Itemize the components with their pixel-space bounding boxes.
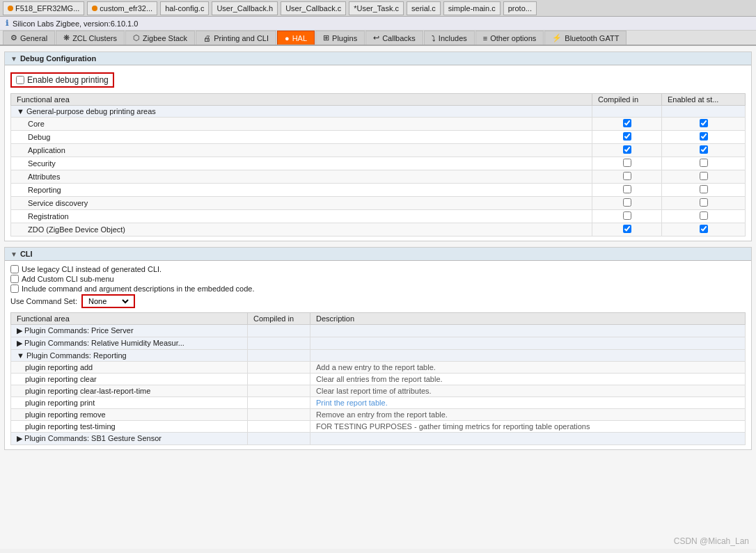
- title-tab-hal-config[interactable]: hal-config.c: [160, 1, 209, 15]
- cli-item-compiled: [248, 385, 310, 397]
- print-icon: 🖨: [203, 34, 211, 42]
- cli-section: ▼ CLI Use legacy CLI instead of generate…: [4, 247, 752, 450]
- cli-item-label: plugin reporting clear-last-report-time: [11, 385, 248, 397]
- cli-table-row: plugin reporting clear Clear all entries…: [11, 374, 746, 385]
- debug-item-enabled[interactable]: [662, 144, 746, 157]
- title-tab-simple-main[interactable]: simple-main.c: [443, 1, 501, 15]
- cli-item-desc: FOR TESTING PURPOSES - gather timing met…: [310, 421, 746, 433]
- debug-item-enabled[interactable]: [662, 197, 746, 210]
- debug-item-compiled[interactable]: [592, 170, 662, 184]
- cli-option-custom: Add Custom CLI sub-menu: [10, 275, 746, 283]
- tab-general[interactable]: ⚙ General: [3, 31, 55, 45]
- gear-icon: ⚙: [10, 33, 17, 42]
- cli-option-legacy: Use legacy CLI instead of generated CLI.: [10, 265, 746, 273]
- cli-item-label: plugin reporting clear: [11, 374, 248, 385]
- tab-other-options[interactable]: ≡ Other options: [475, 31, 544, 45]
- tab-callbacks[interactable]: ↩ Callbacks: [365, 31, 423, 45]
- cli-table-row: plugin reporting clear-last-report-time …: [11, 385, 746, 397]
- cmd-set-select[interactable]: None Standard Custom: [86, 296, 131, 306]
- debug-item-compiled[interactable]: [592, 118, 662, 131]
- enable-debug-label: Enable debug printing: [27, 75, 109, 85]
- tab-zigbee-stack[interactable]: ⬡ Zigbee Stack: [125, 31, 195, 45]
- tab-hal[interactable]: ● HAL: [277, 31, 315, 45]
- title-tab-user-task[interactable]: *User_Task.c: [349, 1, 404, 15]
- debug-item-enabled[interactable]: [662, 223, 746, 237]
- cli-item-compiled: [248, 397, 310, 409]
- cli-item-label: plugin reporting add: [11, 362, 248, 374]
- debug-item-compiled[interactable]: [592, 223, 662, 237]
- debug-item-compiled[interactable]: [592, 197, 662, 210]
- cli-item-compiled: [248, 409, 310, 421]
- section-arrow-debug: ▼: [10, 55, 17, 63]
- cli-table-row: ▼ Plugin Commands: Reporting: [11, 350, 746, 362]
- debug-item-label: Registration: [11, 210, 592, 223]
- debug-item-compiled[interactable]: [592, 131, 662, 144]
- title-tab-serial[interactable]: serial.c: [407, 1, 441, 15]
- tab-plugins[interactable]: ⊞ Plugins: [315, 31, 365, 45]
- cli-item-desc: Add a new entry to the report table.: [310, 362, 746, 374]
- legacy-cli-checkbox[interactable]: [10, 265, 19, 273]
- debug-item-compiled[interactable]: [592, 144, 662, 157]
- debug-item-label: Security: [11, 157, 592, 170]
- debug-table: Functional area Compiled in Enabled at s…: [10, 93, 746, 237]
- custom-cli-checkbox[interactable]: [10, 275, 19, 283]
- cli-group-label: ▶ Plugin Commands: Price Server: [11, 325, 248, 337]
- cli-table-row: ▶ Plugin Commands: Price Server: [11, 325, 746, 337]
- tab-zcl-clusters[interactable]: ❋ ZCL Clusters: [56, 31, 125, 45]
- cli-group-label: ▶ Plugin Commands: SB1 Gesture Sensor: [11, 433, 248, 445]
- cli-item-label: plugin reporting test-timing: [11, 421, 248, 433]
- cli-group-desc: [310, 337, 746, 350]
- debug-item-enabled[interactable]: [662, 118, 746, 131]
- cli-table-row: plugin reporting remove Remove an entry …: [11, 409, 746, 421]
- cli-table-row: ▶ Plugin Commands: SB1 Gesture Sensor: [11, 433, 746, 445]
- enable-debug-checkbox[interactable]: [16, 76, 24, 84]
- legacy-cli-label: Use legacy CLI instead of generated CLI.: [22, 265, 162, 273]
- cli-section-header: ▼ CLI: [5, 248, 751, 261]
- title-tab-custom[interactable]: custom_efr32...: [87, 1, 157, 15]
- title-tab-user-callback-h[interactable]: User_Callback.h: [212, 1, 278, 15]
- version-info: Silicon Labs Zigbee, version:6.10.1.0: [13, 19, 138, 28]
- cli-options: Use legacy CLI instead of generated CLI.…: [5, 261, 751, 449]
- debug-item-label: Core: [11, 118, 592, 131]
- enable-debug-wrapper: Enable debug printing: [10, 72, 114, 88]
- debug-item-compiled[interactable]: [592, 157, 662, 170]
- debug-item-enabled[interactable]: [662, 170, 746, 184]
- debug-item-label: Debug: [11, 131, 592, 144]
- title-tab-efr32mg[interactable]: F518_EFR32MG...: [3, 1, 84, 15]
- cli-group-desc: [310, 433, 746, 445]
- debug-col-area: Functional area: [11, 94, 592, 106]
- debug-item-label: ZDO (ZigBee Device Object): [11, 223, 592, 237]
- cli-table-row: plugin reporting print Print the report …: [11, 397, 746, 409]
- include-icon: ⤵: [432, 34, 436, 42]
- cli-section-title: CLI: [20, 250, 33, 258]
- debug-item-enabled[interactable]: [662, 157, 746, 170]
- cli-col-compiled: Compiled in: [248, 313, 310, 325]
- cli-group-desc: [310, 325, 746, 337]
- debug-item-label: Reporting: [11, 184, 592, 197]
- tab-printing-cli[interactable]: 🖨 Printing and CLI: [196, 31, 276, 45]
- debug-table-row: Application: [11, 144, 746, 157]
- cli-col-description: Description: [310, 313, 746, 325]
- cli-item-compiled: [248, 421, 310, 433]
- hal-icon: ●: [285, 34, 290, 42]
- debug-table-row: Registration: [11, 210, 746, 223]
- debug-table-row: Core: [11, 118, 746, 131]
- cli-item-compiled: [248, 362, 310, 374]
- cluster-icon: ❋: [63, 33, 70, 42]
- debug-item-enabled[interactable]: [662, 131, 746, 144]
- debug-table-row: ZDO (ZigBee Device Object): [11, 223, 746, 237]
- debug-item-label: Service discovery: [11, 197, 592, 210]
- title-tab-proto[interactable]: proto...: [503, 1, 537, 15]
- debug-item-compiled[interactable]: [592, 184, 662, 197]
- callback-icon: ↩: [373, 33, 379, 42]
- dot-orange-icon-2: [92, 6, 97, 11]
- tab-includes[interactable]: ⤵ Includes: [424, 31, 475, 45]
- debug-item-enabled[interactable]: [662, 210, 746, 223]
- debug-item-enabled[interactable]: [662, 184, 746, 197]
- title-tab-user-callback-c[interactable]: User_Callback.c: [281, 1, 346, 15]
- debug-item-compiled[interactable]: [592, 210, 662, 223]
- include-cmd-checkbox[interactable]: [10, 284, 19, 293]
- cli-group-label: ▶ Plugin Commands: Relative Humidity Mea…: [11, 337, 248, 350]
- cli-item-label: plugin reporting print: [11, 397, 248, 409]
- tab-bluetooth-gatt[interactable]: ⚡ Bluetooth GATT: [544, 31, 627, 45]
